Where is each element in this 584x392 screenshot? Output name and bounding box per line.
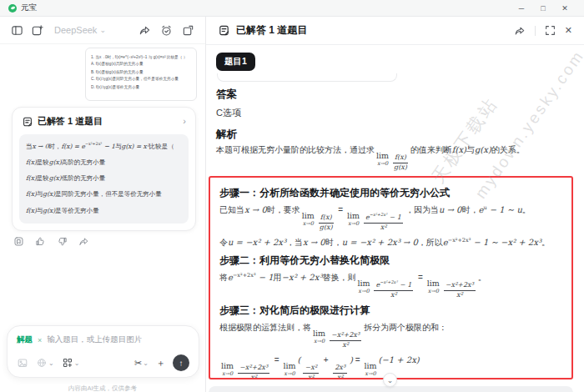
model-name: DeepSeek	[54, 25, 97, 35]
window-title: 元宝	[21, 3, 37, 13]
question-line: 当x → 0时，f(x) = e−x²+2x³ − 1与g(x) = x²比较是…	[26, 142, 182, 150]
yuanbao-logo-icon	[8, 4, 17, 13]
ai-disclaimer: 内容由AI生成，仅供参考	[0, 384, 205, 392]
chevron-down-icon: ⌄	[99, 27, 106, 34]
app-window: 元宝 ─ □ ✕ DeepSeek ⌄	[0, 0, 584, 392]
history-icon[interactable]	[160, 24, 173, 37]
web-search-icon[interactable]: ⌄	[36, 357, 54, 369]
question-preview-box: 当x → 0时，f(x) = e−x²+2x³ − 1与g(x) = x²比较是…	[19, 134, 189, 224]
attach-plus-icon[interactable]: ＋	[156, 359, 165, 368]
thumbnail-line: D. f(x)与g(x)是等价无穷小量	[91, 83, 197, 91]
chevron-down-icon: ⌄	[48, 359, 54, 367]
chevron-down-icon: ⌄	[74, 359, 80, 367]
solved-card-header[interactable]: 已解答 1 道题目 ›	[19, 115, 189, 128]
analysis-intro: 本题可根据无穷小量阶的比较方法，通过求limx→0f(x)g(x)的值来判断f(…	[216, 143, 571, 171]
remove-tag-icon[interactable]: ×	[38, 336, 42, 344]
expand-more-button[interactable]: ⌄	[383, 373, 397, 387]
chevron-right-icon: ›	[183, 117, 186, 126]
image-upload-icon[interactable]	[17, 357, 28, 369]
thumbs-down-icon[interactable]	[57, 236, 68, 247]
share-solution-icon[interactable]	[514, 25, 526, 37]
step-1-line: 已知当x → 0时，要求limx→0f(x)g(x) = limx→0e−x²+…	[219, 204, 562, 231]
thumbnail-line: A. f(x)是较g(x)高阶的无穷小量	[91, 61, 197, 68]
question-line: f(x)是较g(x)低阶的无穷小量	[26, 174, 182, 183]
chat-panel: DeepSeek ⌄ 1. 当x→	[0, 17, 206, 392]
screenshot-scissors-icon[interactable]: ✂ ⌄	[134, 359, 149, 368]
solution-title: 已解答 1 道题目	[236, 23, 307, 38]
close-panel-icon[interactable]: ✕	[565, 25, 572, 36]
collapsed-question-box	[217, 73, 397, 82]
answer-heading: 答案	[216, 88, 237, 102]
thumbnail-line: 1. 当x→0时，f(x)=e^(−x²+2x³)−1 与 g(x)=x² 比较…	[91, 53, 197, 61]
title-bar: 元宝 ─ □ ✕	[0, 0, 584, 17]
sidebar-toggle-icon[interactable]	[11, 24, 23, 37]
highlight-annotation-box: 步骤一：分析所给函数并确定使用的等价无穷小公式 已知当x → 0时，要求limx…	[209, 176, 573, 379]
apps-grid-icon[interactable]: ⌄	[62, 357, 80, 369]
uploaded-problem-image[interactable]: 1. 当x→0时，f(x)=e^(−x²+2x³)−1 与 g(x)=x² 比较…	[85, 48, 197, 101]
fullscreen-icon[interactable]	[545, 25, 556, 36]
header-divider	[535, 26, 536, 36]
question-line: f(x)与g(x)是等价无穷小量	[26, 207, 182, 215]
share-chat-icon[interactable]	[138, 24, 151, 37]
solved-doc-icon	[218, 24, 230, 37]
new-chat-icon[interactable]	[31, 24, 43, 37]
open-panel-icon[interactable]	[182, 24, 194, 37]
question-line: f(x)是较g(x)高阶的无穷小量	[26, 158, 182, 167]
close-window-button[interactable]: ✕	[554, 0, 576, 17]
step-1-title: 步骤一：分析所给函数并确定使用的等价无穷小公式	[219, 186, 562, 200]
step-1-line: 令u = −x² + 2x³，当x → 0时，u = −x² + 2x³ → 0…	[219, 236, 562, 249]
share-message-icon[interactable]	[78, 236, 89, 247]
thumbs-up-icon[interactable]	[35, 236, 46, 247]
answer-value: C选项	[216, 107, 241, 119]
message-input-box[interactable]: 解题 × 输入题目，或上传题目图片 ⌄ ⌄	[7, 325, 199, 378]
minimize-button[interactable]: ─	[511, 0, 532, 17]
thumbnail-line: B. f(x)是较g(x)低阶的无穷小量	[91, 68, 197, 76]
question-badge: 题目1	[216, 53, 255, 71]
solved-card-title: 已解答 1 道题目	[38, 115, 103, 128]
maximize-button[interactable]: □	[532, 0, 554, 17]
step-2-line: 将e−x²+2x³ − 1用−x² + 2x³替换，则limx→0e−x²+2x…	[219, 271, 562, 299]
step-3-title: 步骤三：对化简后的极限进行计算	[219, 304, 562, 318]
watermark-text: 天极下载站	[426, 93, 503, 188]
question-line: f(x)与g(x)是同阶无穷小量，但不是等价无穷小量	[26, 190, 182, 199]
message-actions	[13, 236, 89, 247]
chat-header: DeepSeek ⌄	[0, 17, 205, 44]
thumbnail-line: C. f(x)与g(x)是同阶无穷小量，但不是等价无穷小量	[91, 76, 197, 83]
solution-panel: 已解答 1 道题目 ✕ 题目1 答案 C选项 解析	[206, 17, 584, 392]
next-section-strip	[209, 386, 573, 392]
analysis-heading: 解析	[216, 128, 237, 142]
send-arrow-icon: ↑	[179, 359, 184, 368]
input-placeholder[interactable]: 输入题目，或上传题目图片	[47, 334, 142, 345]
solution-header: 已解答 1 道题目 ✕	[206, 17, 584, 45]
model-selector[interactable]: DeepSeek ⌄	[54, 25, 106, 35]
bookmark-icon[interactable]	[13, 236, 24, 247]
solved-questions-card[interactable]: 已解答 1 道题目 › 当x → 0时，f(x) = e−x²+2x³ − 1与…	[12, 107, 196, 231]
solution-body: 题目1 答案 C选项 解析 本题可根据无穷小量阶的比较方法，通过求limx→0f…	[206, 45, 584, 392]
solved-doc-icon	[22, 116, 33, 128]
problem-thumbnail: 1. 当x→0时，f(x)=e^(−x²+2x³)−1 与 g(x)=x² 比较…	[91, 53, 197, 91]
step-2-title: 步骤二：利用等价无穷小替换化简极限	[219, 254, 562, 268]
chevron-down-icon: ⌄	[143, 359, 149, 367]
solve-mode-tag[interactable]: 解题	[17, 334, 33, 345]
send-button[interactable]: ↑	[173, 354, 189, 371]
step-3-line: 根据极限的运算法则，将limx→0−x²+2x³x²拆分为两个极限的和：	[219, 321, 562, 349]
